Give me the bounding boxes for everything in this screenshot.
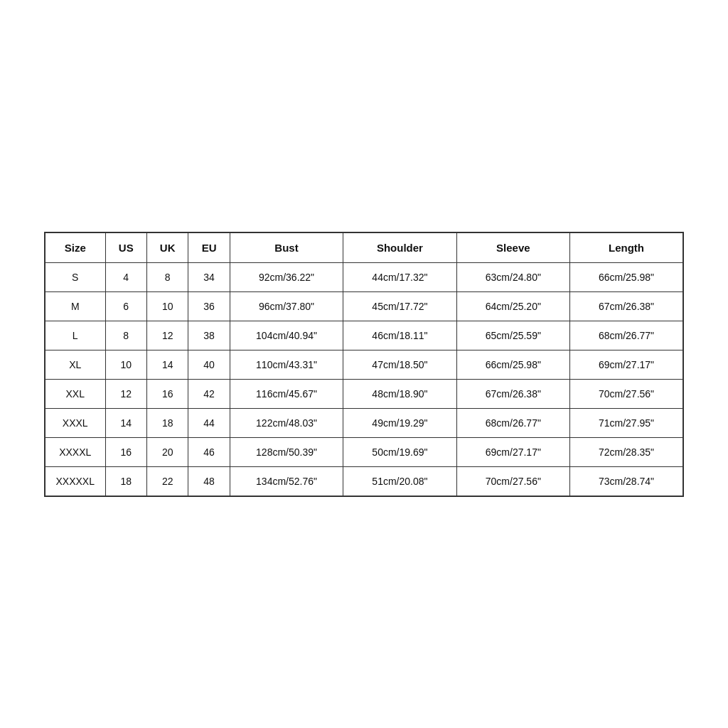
cell-eu: 44 [188, 408, 230, 437]
size-chart-table: Size US UK EU Bust Shoulder Sleeve Lengt… [44, 232, 684, 497]
cell-length: 71cm/27.95" [570, 408, 683, 437]
cell-bust: 116cm/45.67" [230, 379, 343, 408]
cell-us: 6 [105, 291, 146, 321]
cell-uk: 16 [146, 379, 188, 408]
cell-size: L [45, 321, 105, 350]
cell-sleeve: 63cm/24.80" [456, 262, 569, 291]
cell-size: XL [45, 350, 105, 379]
cell-size: M [45, 291, 105, 321]
cell-eu: 36 [188, 291, 230, 321]
cell-eu: 42 [188, 379, 230, 408]
table-row: XXXXXL182248134cm/52.76"51cm/20.08"70cm/… [45, 466, 683, 496]
cell-bust: 110cm/43.31" [230, 350, 343, 379]
header-uk: UK [146, 232, 188, 263]
cell-us: 10 [105, 350, 146, 379]
cell-uk: 14 [146, 350, 188, 379]
cell-shoulder: 51cm/20.08" [343, 466, 456, 496]
cell-bust: 92cm/36.22" [230, 262, 343, 291]
cell-eu: 46 [188, 437, 230, 466]
cell-shoulder: 46cm/18.11" [343, 321, 456, 350]
header-us: US [105, 232, 146, 263]
cell-uk: 8 [146, 262, 188, 291]
table-row: XXL121642116cm/45.67"48cm/18.90"67cm/26.… [45, 379, 683, 408]
cell-length: 68cm/26.77" [570, 321, 683, 350]
table-row: XXXL141844122cm/48.03"49cm/19.29"68cm/26… [45, 408, 683, 437]
size-chart-container: Size US UK EU Bust Shoulder Sleeve Lengt… [44, 232, 684, 497]
cell-length: 67cm/26.38" [570, 291, 683, 321]
cell-sleeve: 65cm/25.59" [456, 321, 569, 350]
cell-shoulder: 50cm/19.69" [343, 437, 456, 466]
cell-sleeve: 67cm/26.38" [456, 379, 569, 408]
cell-us: 12 [105, 379, 146, 408]
cell-sleeve: 69cm/27.17" [456, 437, 569, 466]
cell-size: XXXXXL [45, 466, 105, 496]
cell-sleeve: 70cm/27.56" [456, 466, 569, 496]
table-row: M6103696cm/37.80"45cm/17.72"64cm/25.20"6… [45, 291, 683, 321]
header-shoulder: Shoulder [343, 232, 456, 263]
cell-bust: 134cm/52.76" [230, 466, 343, 496]
table-header-row: Size US UK EU Bust Shoulder Sleeve Lengt… [45, 232, 683, 263]
cell-shoulder: 49cm/19.29" [343, 408, 456, 437]
cell-uk: 22 [146, 466, 188, 496]
table-row: XL101440110cm/43.31"47cm/18.50"66cm/25.9… [45, 350, 683, 379]
table-row: XXXXL162046128cm/50.39"50cm/19.69"69cm/2… [45, 437, 683, 466]
cell-sleeve: 68cm/26.77" [456, 408, 569, 437]
cell-eu: 34 [188, 262, 230, 291]
cell-size: XXXXL [45, 437, 105, 466]
cell-sleeve: 66cm/25.98" [456, 350, 569, 379]
cell-uk: 20 [146, 437, 188, 466]
cell-shoulder: 48cm/18.90" [343, 379, 456, 408]
header-eu: EU [188, 232, 230, 263]
cell-eu: 38 [188, 321, 230, 350]
cell-bust: 128cm/50.39" [230, 437, 343, 466]
cell-us: 8 [105, 321, 146, 350]
cell-size: XXL [45, 379, 105, 408]
header-size: Size [45, 232, 105, 263]
cell-length: 70cm/27.56" [570, 379, 683, 408]
table-row: S483492cm/36.22"44cm/17.32"63cm/24.80"66… [45, 262, 683, 291]
cell-size: S [45, 262, 105, 291]
table-row: L81238104cm/40.94"46cm/18.11"65cm/25.59"… [45, 321, 683, 350]
cell-size: XXXL [45, 408, 105, 437]
header-sleeve: Sleeve [456, 232, 569, 263]
cell-bust: 96cm/37.80" [230, 291, 343, 321]
cell-us: 18 [105, 466, 146, 496]
cell-length: 66cm/25.98" [570, 262, 683, 291]
cell-bust: 104cm/40.94" [230, 321, 343, 350]
cell-sleeve: 64cm/25.20" [456, 291, 569, 321]
cell-us: 14 [105, 408, 146, 437]
cell-eu: 48 [188, 466, 230, 496]
cell-uk: 10 [146, 291, 188, 321]
cell-shoulder: 44cm/17.32" [343, 262, 456, 291]
cell-shoulder: 47cm/18.50" [343, 350, 456, 379]
cell-us: 16 [105, 437, 146, 466]
header-length: Length [570, 232, 683, 263]
cell-us: 4 [105, 262, 146, 291]
cell-uk: 12 [146, 321, 188, 350]
cell-length: 73cm/28.74" [570, 466, 683, 496]
cell-length: 72cm/28.35" [570, 437, 683, 466]
cell-length: 69cm/27.17" [570, 350, 683, 379]
cell-eu: 40 [188, 350, 230, 379]
cell-uk: 18 [146, 408, 188, 437]
cell-shoulder: 45cm/17.72" [343, 291, 456, 321]
header-bust: Bust [230, 232, 343, 263]
cell-bust: 122cm/48.03" [230, 408, 343, 437]
